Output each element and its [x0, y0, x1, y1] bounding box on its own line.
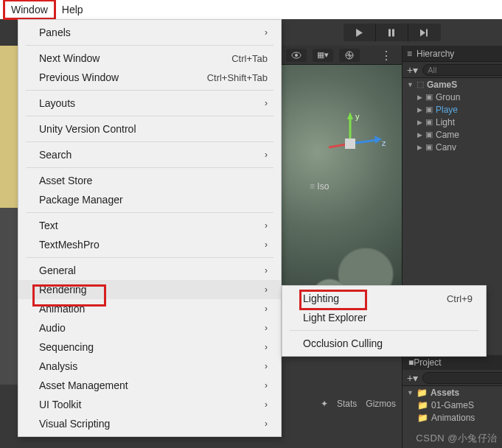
hierarchy-item[interactable]: ▶ ▣ Canv — [402, 141, 502, 153]
separator — [290, 330, 478, 331]
menu-animation[interactable]: Animation› — [18, 299, 281, 318]
chevron-right-icon: › — [265, 220, 268, 231]
hierarchy-title: Hierarchy — [416, 49, 454, 59]
add-button[interactable]: +▾ — [407, 372, 418, 384]
menubar: Window Help — [0, 0, 502, 19]
menu-search[interactable]: Search› — [18, 145, 281, 164]
pause-button[interactable] — [376, 24, 408, 41]
play-button[interactable] — [344, 24, 376, 41]
cube-icon: ▣ — [425, 105, 433, 114]
menu-analysis[interactable]: Analysis› — [18, 357, 281, 376]
hierarchy-icon: ≡ — [407, 49, 412, 59]
left-strip-decor — [0, 46, 18, 208]
cube-icon: ▣ — [425, 92, 433, 102]
chevron-right-icon: › — [265, 380, 268, 391]
cube-icon: ▣ — [425, 130, 433, 139]
menu-audio[interactable]: Audio› — [18, 318, 281, 337]
hierarchy-item[interactable]: ▶ ▣ Light — [402, 116, 502, 128]
chevron-right-icon: › — [265, 361, 268, 371]
scene-footer: ✦ Stats Gizmos — [282, 395, 402, 413]
project-search[interactable] — [422, 372, 502, 384]
stats-toggle[interactable]: Stats — [337, 399, 357, 409]
menu-asset-management[interactable]: Asset Management› — [18, 376, 281, 395]
submenu-occlusion-culling[interactable]: Occlusion Culling — [282, 334, 486, 353]
separator — [26, 45, 273, 46]
project-folder[interactable]: 📁 01-GameS — [402, 399, 502, 411]
hierarchy-item[interactable]: ▶ ▣ Playe — [402, 103, 502, 116]
svg-rect-1 — [388, 29, 391, 36]
chevron-right-icon: ▶ — [417, 131, 422, 139]
separator — [26, 141, 273, 142]
play-toolbar — [282, 19, 502, 46]
hierarchy-item[interactable]: ▶ ▣ Groun — [402, 91, 502, 103]
menu-text[interactable]: Text› — [18, 216, 281, 235]
menu-general[interactable]: General› — [18, 261, 281, 280]
svg-marker-3 — [420, 29, 425, 36]
menu-layouts[interactable]: Layouts› — [18, 94, 281, 113]
submenu-light-explorer[interactable]: Light Explorer — [282, 308, 486, 327]
gizmos-toggle[interactable]: Gizmos — [366, 399, 396, 409]
project-folder[interactable]: ▼ 📁 Assets — [402, 386, 502, 399]
eye-toggle[interactable] — [286, 49, 307, 62]
menu-next-window[interactable]: Next WindowCtrl+Tab — [18, 49, 281, 68]
hierarchy-search[interactable] — [422, 64, 502, 76]
chevron-right-icon: › — [265, 419, 268, 429]
separator — [26, 116, 273, 116]
menu-ui-toolkit[interactable]: UI Toolkit› — [18, 395, 281, 414]
hierarchy-item[interactable]: ▼ ⬚ GameS — [402, 78, 502, 91]
project-folder[interactable]: 📁 Animations — [402, 411, 502, 424]
menu-panels[interactable]: Panels› — [18, 23, 281, 42]
menubar-window[interactable]: Window — [3, 0, 56, 20]
menu-previous-window[interactable]: Previous WindowCtrl+Shift+Tab — [18, 68, 281, 87]
effects-icon[interactable]: ✦ — [321, 399, 328, 409]
separator — [26, 257, 273, 258]
svg-point-6 — [295, 54, 298, 57]
chevron-right-icon: › — [265, 399, 268, 410]
add-button[interactable]: +▾ — [407, 64, 418, 76]
chevron-right-icon: ▶ — [417, 106, 422, 113]
separator — [26, 90, 273, 91]
chevron-right-icon: › — [265, 150, 268, 160]
cube-icon: ▣ — [425, 117, 433, 127]
globe-toggle[interactable] — [339, 49, 360, 62]
rendering-submenu: LightingCtrl+9 Light Explorer Occlusion … — [282, 285, 487, 357]
chevron-right-icon: › — [265, 304, 268, 314]
submenu-lighting[interactable]: LightingCtrl+9 — [282, 289, 486, 308]
menu-uvc[interactable]: Unity Version Control — [18, 119, 281, 139]
grid-toggle[interactable]: ▦▾ — [313, 49, 333, 62]
svg-rect-2 — [392, 29, 394, 36]
separator — [26, 212, 273, 213]
hierarchy-item[interactable]: ▶ ▣ Came — [402, 128, 502, 141]
left-strip-decor2 — [0, 208, 18, 385]
folder-icon: 📁 — [416, 388, 428, 398]
chevron-right-icon: › — [265, 323, 268, 333]
menubar-help[interactable]: Help — [56, 1, 89, 18]
chevron-right-icon: › — [265, 342, 268, 352]
chevron-right-icon: › — [265, 265, 268, 276]
folder-icon: 📁 — [417, 400, 428, 410]
menu-rendering[interactable]: Rendering› — [18, 280, 281, 299]
chevron-right-icon: ▶ — [417, 94, 422, 101]
hierarchy-tab[interactable]: ≡ Hierarchy — [402, 46, 502, 62]
menu-asset-store[interactable]: Asset Store — [18, 171, 281, 190]
window-menu: Panels› Next WindowCtrl+Tab Previous Win… — [18, 19, 282, 437]
svg-marker-0 — [356, 29, 363, 37]
watermark: CSDN @小兔仔治 — [416, 432, 498, 445]
menu-textmeshpro[interactable]: TextMeshPro› — [18, 235, 281, 254]
menu-package-manager[interactable]: Package Manager — [18, 190, 281, 209]
iso-label: ≡ Iso — [310, 181, 329, 192]
chevron-right-icon: › — [265, 284, 268, 295]
step-button[interactable] — [408, 24, 441, 41]
chevron-right-icon: › — [265, 239, 268, 250]
menu-visual-scripting[interactable]: Visual Scripting› — [18, 414, 281, 433]
menu-sequencing[interactable]: Sequencing› — [18, 337, 281, 357]
chevron-right-icon: › — [265, 27, 268, 38]
project-tab[interactable]: ■ Project — [402, 355, 502, 370]
chevron-down-icon: ▼ — [407, 389, 414, 396]
chevron-right-icon: › — [265, 98, 268, 108]
chevron-right-icon: ▶ — [417, 119, 422, 126]
folder-icon: 📁 — [417, 413, 428, 423]
kebab-icon[interactable]: ⋮ — [380, 49, 392, 63]
unity-icon: ⬚ — [416, 80, 424, 89]
chevron-right-icon: ▶ — [417, 144, 422, 151]
